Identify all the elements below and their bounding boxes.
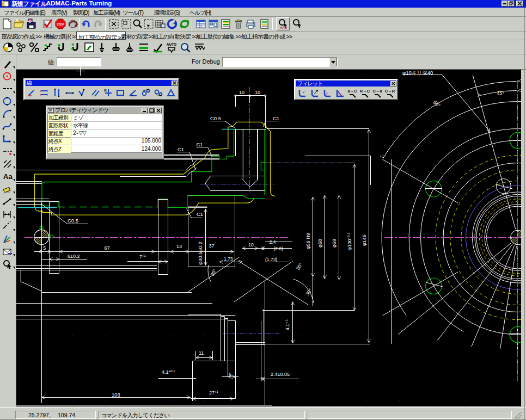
svg-text:φ58: φ58 [317,239,323,248]
svg-text:10: 10 [255,90,260,95]
svg-text:2.4±0.05: 2.4±0.05 [271,372,290,377]
svg-text:C→θ: C→θ [373,89,382,94]
svg-text:φ146: φ146 [362,234,367,246]
svg-text:C1: C1 [196,141,203,147]
svg-text:37: 37 [209,243,215,249]
svg-text:(2.6): (2.6) [273,246,283,251]
svg-text:1.73: 1.73 [224,256,233,262]
svg-text:AUTO: AUTO [167,42,176,46]
svg-text:C1: C1 [178,146,184,152]
svg-text:30°: 30° [304,287,313,297]
svg-text:φ100+0.1: φ100+0.1 [347,232,352,250]
svg-text:5: 5 [43,245,46,251]
svg-text:≡: ≡ [200,24,203,27]
svg-text:67: 67 [104,245,109,251]
svg-text:60°: 60° [432,100,442,109]
svg-text:φ59: φ59 [332,239,337,248]
svg-text:AUTO: AUTO [280,27,287,29]
svg-text:4.1+.1: 4.1+.1 [285,319,290,330]
svg-text:27+1: 27+1 [209,390,219,396]
svg-text:103: 103 [112,392,120,398]
svg-text:C0.5: C0.5 [68,218,78,224]
svg-text:φ40.5±0.2: φ40.5±0.2 [197,242,203,265]
svg-text:R: R [104,89,107,92]
svg-text:13: 13 [176,244,182,249]
svg-text:φ10キリ深40: φ10キリ深40 [402,70,433,76]
svg-text:C1: C1 [273,115,279,121]
svg-text:φ56 H9: φ56 H9 [305,233,311,249]
svg-text:7+1: 7+1 [139,254,146,260]
svg-text:C→R: C→R [385,89,395,94]
svg-text:θ→C: θ→C [348,89,358,94]
svg-text:30°: 30° [295,262,304,271]
svg-text:6±0.2: 6±0.2 [68,254,79,259]
svg-text:C0.5: C0.5 [210,115,221,121]
svg-text:STOP: STOP [57,23,64,26]
svg-text:Aa: Aa [3,172,13,181]
svg-text:C1: C1 [197,211,203,217]
svg-text:15°: 15° [497,90,505,96]
svg-text:R→C: R→C [360,89,370,94]
svg-text:10: 10 [248,242,254,248]
svg-text:11: 11 [199,350,204,356]
svg-text:10: 10 [239,90,244,95]
svg-text:4.1+0.1: 4.1+0.1 [162,369,175,375]
svg-text:(1.73): (1.73) [265,257,277,262]
svg-text:30°: 30° [210,268,218,277]
